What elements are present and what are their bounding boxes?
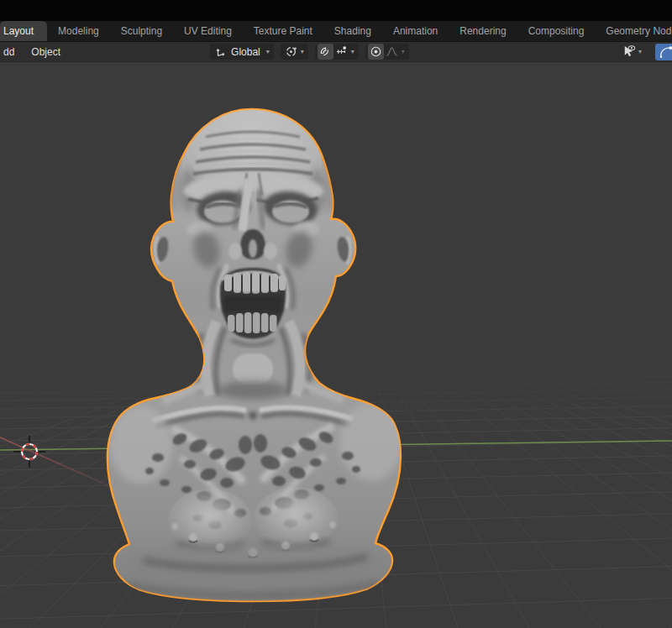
pivot-point-dropdown[interactable]: ▾ [281,44,308,60]
chevron-down-icon: ▾ [265,49,271,55]
add-menu-cropped[interactable]: dd [0,44,19,60]
proportional-editing-toggle[interactable] [368,44,384,60]
chevron-down-icon: ▾ [299,49,306,55]
chevron-down-icon: ▾ [349,49,356,55]
3d-viewport[interactable] [0,63,672,628]
titlebar [0,0,672,21]
snap-target-icon[interactable] [333,44,349,60]
zombie-bust-model[interactable] [108,99,403,601]
tab-layout[interactable]: Layout [0,21,47,41]
tab-animation[interactable]: Animation [382,21,449,41]
blender-window: Layout Modeling Sculpting UV Editing Tex… [0,0,672,628]
transform-orientation-icon [213,44,228,60]
chevron-down-icon: ▾ [400,49,407,55]
object-menu[interactable]: Object [26,44,66,60]
pivot-point-icon [283,44,299,60]
workspace-tabbar: Layout Modeling Sculpting UV Editing Tex… [0,21,672,42]
header-right-controls: ▾ [621,44,643,60]
transform-orientation-dropdown[interactable]: Global ▾ [210,44,274,60]
falloff-curve-icon[interactable] [384,44,400,60]
transform-orientation-value: Global [228,46,265,58]
show-gizmo-toggle[interactable] [655,44,672,60]
proportional-editing-group: ▾ [365,44,409,60]
tab-geometry-nodes[interactable]: Geometry Nodes [595,21,672,41]
object-type-visibility-icon[interactable] [621,44,637,60]
tab-uv-editing[interactable]: UV Editing [173,21,243,41]
snap-magnet-toggle[interactable] [318,44,333,60]
snap-group: ▾ [315,44,359,60]
tab-compositing[interactable]: Compositing [517,21,596,41]
tab-sculpting[interactable]: Sculpting [110,21,173,41]
viewport-header: dd Object Global ▾ ▾ [0,42,672,62]
tab-rendering[interactable]: Rendering [449,21,517,41]
tab-texture-paint[interactable]: Texture Paint [243,21,323,41]
chevron-down-icon: ▾ [637,49,643,55]
tab-modeling[interactable]: Modeling [47,21,110,41]
tab-shading[interactable]: Shading [323,21,382,41]
